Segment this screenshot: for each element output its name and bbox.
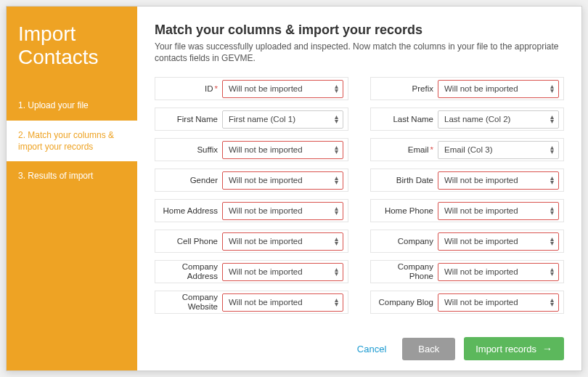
select-value: Last name (Col 2) bbox=[444, 115, 510, 123]
cancel-button[interactable]: Cancel bbox=[350, 338, 393, 360]
column-mapping-select[interactable]: Will not be imported▴▾ bbox=[222, 171, 343, 190]
column-mapping-select[interactable]: Will not be imported▴▾ bbox=[438, 293, 559, 312]
column-mapping-select[interactable]: Will not be imported▴▾ bbox=[438, 80, 559, 98]
field-mapping-grid: ID*Will not be imported▴▾PrefixWill not … bbox=[155, 77, 564, 314]
field-label-text: Company bbox=[398, 237, 433, 246]
column-mapping-select[interactable]: Will not be imported▴▾ bbox=[222, 141, 343, 159]
step-3-results[interactable]: 3. Results of import bbox=[7, 161, 137, 190]
select-value: Will not be imported bbox=[444, 267, 518, 276]
select-value: Will not be imported bbox=[229, 267, 303, 276]
field-label-text: Prefix bbox=[412, 84, 433, 94]
import-records-button[interactable]: Import records → bbox=[464, 337, 564, 360]
field-label-text: Home Phone bbox=[385, 206, 433, 216]
field-label: First Name bbox=[155, 108, 222, 130]
import-button-label: Import records bbox=[475, 344, 536, 354]
field-label-text: Cell Phone bbox=[177, 237, 218, 246]
field-label: Company Blog bbox=[371, 291, 438, 313]
field-row: Company AddressWill not be imported▴▾ bbox=[155, 260, 348, 283]
required-marker: * bbox=[430, 145, 433, 155]
field-label-text: Gender bbox=[190, 176, 218, 185]
select-value: Will not be imported bbox=[229, 206, 303, 215]
select-caret-icon: ▴▾ bbox=[550, 298, 554, 307]
field-row: Email*Email (Col 3)▴▾ bbox=[370, 138, 564, 161]
main-panel: Match your columns & import your records… bbox=[137, 7, 581, 370]
select-wrap: First name (Col 1)▴▾ bbox=[222, 108, 348, 130]
column-mapping-select[interactable]: Email (Col 3)▴▾ bbox=[438, 141, 559, 159]
field-label: Last Name bbox=[371, 108, 438, 130]
select-wrap: Will not be imported▴▾ bbox=[438, 78, 563, 100]
select-caret-icon: ▴▾ bbox=[335, 145, 338, 154]
select-wrap: Will not be imported▴▾ bbox=[438, 261, 563, 283]
required-marker: * bbox=[215, 84, 218, 94]
field-row: SuffixWill not be imported▴▾ bbox=[155, 138, 348, 161]
select-wrap: Will not be imported▴▾ bbox=[222, 261, 348, 283]
column-mapping-select[interactable]: Will not be imported▴▾ bbox=[438, 232, 559, 251]
field-row: Last NameLast name (Col 2)▴▾ bbox=[370, 108, 564, 131]
column-mapping-select[interactable]: Will not be imported▴▾ bbox=[222, 232, 343, 251]
field-label-text: Last Name bbox=[393, 115, 433, 124]
field-label-text: Email bbox=[408, 145, 429, 155]
select-caret-icon: ▴▾ bbox=[335, 115, 338, 123]
select-wrap: Will not be imported▴▾ bbox=[222, 139, 348, 161]
field-row: ID*Will not be imported▴▾ bbox=[155, 77, 348, 100]
field-label-text: ID bbox=[205, 84, 213, 94]
field-row: Home AddressWill not be imported▴▾ bbox=[155, 199, 348, 222]
back-button[interactable]: Back bbox=[402, 338, 455, 360]
select-value: Will not be imported bbox=[229, 298, 303, 307]
column-mapping-select[interactable]: Will not be imported▴▾ bbox=[222, 80, 343, 98]
column-mapping-select[interactable]: Will not be imported▴▾ bbox=[438, 171, 559, 190]
column-mapping-select[interactable]: Will not be imported▴▾ bbox=[222, 202, 343, 220]
field-row: Home PhoneWill not be imported▴▾ bbox=[370, 199, 564, 222]
field-row: Company WebsiteWill not be imported▴▾ bbox=[155, 291, 348, 314]
select-caret-icon: ▴▾ bbox=[335, 267, 338, 276]
select-value: Will not be imported bbox=[444, 298, 518, 307]
select-wrap: Will not be imported▴▾ bbox=[438, 169, 563, 191]
field-label: Suffix bbox=[155, 139, 222, 161]
column-mapping-select[interactable]: First name (Col 1)▴▾ bbox=[222, 110, 343, 129]
select-wrap: Will not be imported▴▾ bbox=[438, 230, 563, 252]
field-row: Birth DateWill not be imported▴▾ bbox=[370, 169, 564, 192]
column-mapping-select[interactable]: Will not be imported▴▾ bbox=[222, 263, 343, 281]
field-label-text: Company Blog bbox=[379, 298, 433, 307]
page-subtitle: Your file was successfully uploaded and … bbox=[155, 41, 564, 64]
select-value: Will not be imported bbox=[229, 145, 303, 154]
field-label-text: Company Address bbox=[158, 262, 218, 281]
step-2-match-columns[interactable]: 2. Match your columns & import your reco… bbox=[7, 121, 137, 161]
field-label: Home Phone bbox=[371, 200, 438, 222]
field-label-text: Company Website bbox=[158, 293, 218, 312]
select-caret-icon: ▴▾ bbox=[335, 298, 338, 307]
field-row: CompanyWill not be imported▴▾ bbox=[370, 230, 564, 253]
select-caret-icon: ▴▾ bbox=[335, 237, 338, 246]
field-row: First NameFirst name (Col 1)▴▾ bbox=[155, 108, 348, 131]
select-caret-icon: ▴▾ bbox=[550, 176, 554, 185]
column-mapping-select[interactable]: Will not be imported▴▾ bbox=[438, 202, 559, 220]
select-wrap: Last name (Col 2)▴▾ bbox=[438, 108, 563, 130]
select-value: Will not be imported bbox=[444, 206, 518, 215]
select-value: Will not be imported bbox=[444, 84, 518, 93]
select-wrap: Will not be imported▴▾ bbox=[438, 291, 563, 313]
wizard-sidebar: Import Contacts 1. Upload your file 2. M… bbox=[7, 7, 137, 370]
field-label: Prefix bbox=[371, 78, 438, 100]
select-caret-icon: ▴▾ bbox=[335, 176, 338, 185]
field-label-text: Birth Date bbox=[396, 176, 433, 185]
select-value: Will not be imported bbox=[229, 84, 303, 93]
select-caret-icon: ▴▾ bbox=[335, 84, 338, 93]
field-label-text: Company Phone bbox=[374, 262, 433, 281]
select-caret-icon: ▴▾ bbox=[550, 237, 554, 246]
select-value: Will not be imported bbox=[444, 176, 518, 185]
select-caret-icon: ▴▾ bbox=[550, 145, 554, 154]
field-row: Cell PhoneWill not be imported▴▾ bbox=[155, 230, 348, 253]
field-label: Birth Date bbox=[371, 169, 438, 191]
select-caret-icon: ▴▾ bbox=[335, 206, 338, 215]
column-mapping-select[interactable]: Last name (Col 2)▴▾ bbox=[438, 110, 559, 129]
column-mapping-select[interactable]: Will not be imported▴▾ bbox=[222, 293, 343, 312]
select-wrap: Will not be imported▴▾ bbox=[438, 200, 563, 222]
footer-actions: Cancel Back Import records → bbox=[155, 325, 564, 360]
select-caret-icon: ▴▾ bbox=[550, 206, 554, 215]
column-mapping-select[interactable]: Will not be imported▴▾ bbox=[438, 263, 559, 281]
field-row: PrefixWill not be imported▴▾ bbox=[370, 77, 564, 100]
step-1-upload[interactable]: 1. Upload your file bbox=[7, 91, 137, 120]
field-label-text: Home Address bbox=[163, 206, 218, 216]
field-label: Email* bbox=[371, 139, 438, 161]
select-value: Will not be imported bbox=[229, 237, 303, 246]
